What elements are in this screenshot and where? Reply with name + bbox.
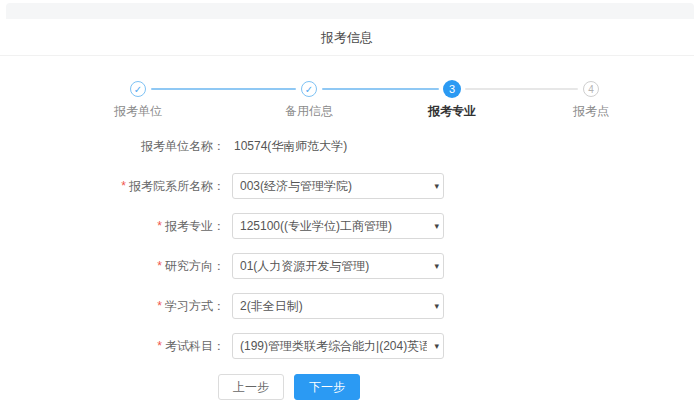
top-bar: [6, 3, 694, 19]
required-mark: *: [157, 259, 162, 273]
required-mark: *: [157, 219, 162, 233]
research-direction-select[interactable]: 01(人力资源开发与管理): [232, 253, 444, 279]
field-label: 报考单位名称：: [0, 138, 230, 155]
form-row-exam-subjects: *考试科目： (199)管理类联考综合能力|(204)英语二|(-)无 ▾: [0, 326, 694, 366]
step-backup-info: ✓ 备用信息: [249, 80, 369, 120]
department-select-wrap: 003(经济与管理学院) ▾: [232, 173, 444, 199]
step-report-unit: ✓ 报考单位: [78, 80, 198, 120]
page-title: 报考信息: [0, 19, 694, 56]
step-label: 报考点: [531, 103, 651, 120]
step-number-badge: 3: [443, 80, 461, 98]
form-row-unit-name: 报考单位名称： 10574(华南师范大学): [0, 126, 694, 166]
next-step-button[interactable]: 下一步: [294, 374, 360, 400]
field-label: *学习方式：: [0, 298, 230, 315]
exam-subjects-select[interactable]: (199)管理类联考综合能力|(204)英语二|(-)无: [232, 333, 444, 359]
step-label: 备用信息: [249, 103, 369, 120]
check-circle-icon: ✓: [301, 81, 317, 97]
required-mark: *: [121, 179, 126, 193]
field-label: *报考专业：: [0, 218, 230, 235]
required-mark: *: [157, 299, 162, 313]
exam-subjects-select-wrap: (199)管理类联考综合能力|(204)英语二|(-)无 ▾: [232, 333, 444, 359]
form-actions: 上一步 下一步: [0, 374, 694, 400]
major-select[interactable]: 125100((专业学位)工商管理): [232, 213, 444, 239]
step-exam-site: 4 报考点: [531, 80, 651, 120]
field-label: *研究方向：: [0, 258, 230, 275]
step-number-badge: 4: [583, 81, 599, 97]
application-form: 报考单位名称： 10574(华南师范大学) *报考院系所名称： 003(经济与管…: [0, 126, 694, 366]
stepper: ✓ 报考单位 ✓ 备用信息 3 报考专业 4 报考点: [0, 80, 694, 122]
field-label: *考试科目：: [0, 338, 230, 355]
research-direction-select-wrap: 01(人力资源开发与管理) ▾: [232, 253, 444, 279]
check-circle-icon: ✓: [130, 81, 146, 97]
form-row-research-direction: *研究方向： 01(人力资源开发与管理) ▾: [0, 246, 694, 286]
major-select-wrap: 125100((专业学位)工商管理) ▾: [232, 213, 444, 239]
step-label: 报考专业: [392, 103, 512, 120]
study-mode-select[interactable]: 2(非全日制): [232, 293, 444, 319]
required-mark: *: [157, 339, 162, 353]
form-row-study-mode: *学习方式： 2(非全日制) ▾: [0, 286, 694, 326]
department-select[interactable]: 003(经济与管理学院): [232, 173, 444, 199]
previous-step-button[interactable]: 上一步: [218, 374, 284, 400]
study-mode-select-wrap: 2(非全日制) ▾: [232, 293, 444, 319]
field-label: *报考院系所名称：: [0, 178, 230, 195]
step-label: 报考单位: [78, 103, 198, 120]
form-row-department: *报考院系所名称： 003(经济与管理学院) ▾: [0, 166, 694, 206]
unit-name-value: 10574(华南师范大学): [230, 138, 347, 155]
step-report-major: 3 报考专业: [392, 80, 512, 120]
form-row-major: *报考专业： 125100((专业学位)工商管理) ▾: [0, 206, 694, 246]
